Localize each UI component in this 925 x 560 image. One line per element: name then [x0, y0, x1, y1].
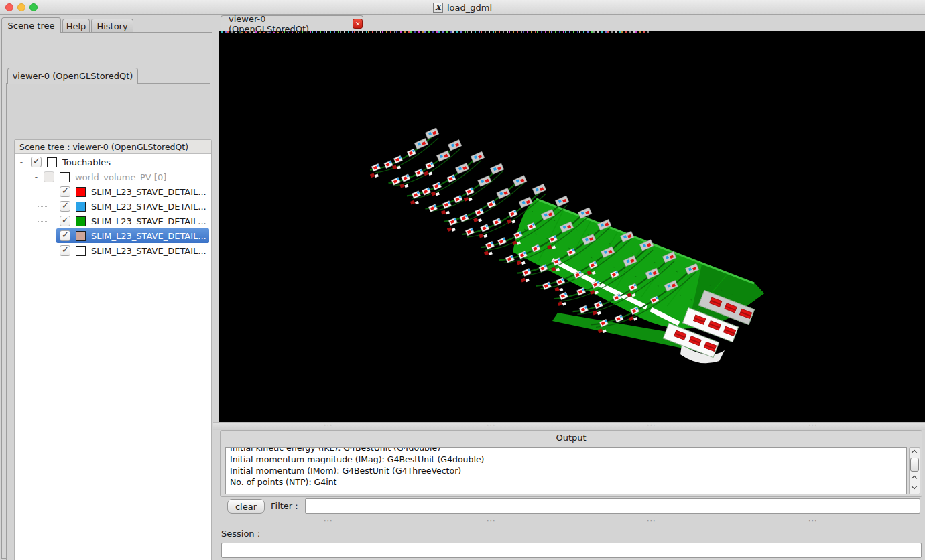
output-panel: Output Initial kinetic energy (IKE): G4B… — [220, 430, 922, 497]
tab-help[interactable]: Help — [62, 19, 90, 33]
checkbox[interactable] — [60, 186, 70, 197]
output-title: Output — [221, 433, 922, 443]
tree-item-stave-selected[interactable]: SLIM_L23_STAVE_DETAIL... — [15, 228, 211, 243]
tree-item-label: world_volume_PV [0] — [75, 172, 166, 182]
splitter-dots-icon — [324, 421, 333, 429]
scroll-down-icon[interactable] — [912, 484, 917, 489]
window-title: load_gdml — [447, 3, 492, 13]
tree-item-touchables[interactable]: Touchables — [15, 155, 211, 169]
expander-icon[interactable] — [33, 172, 40, 182]
checkbox[interactable] — [60, 230, 70, 241]
gl-viewport[interactable] — [219, 31, 925, 422]
splitter-dots-icon — [647, 516, 656, 525]
clear-button-label: clear — [235, 502, 257, 512]
scene-tree-header: Scene tree : viewer-0 (OpenGLStoredQt) — [15, 140, 211, 154]
checkbox[interactable] — [60, 245, 70, 256]
tree-item-stave[interactable]: SLIM_L23_STAVE_DETAIL... — [15, 199, 211, 214]
color-swatch-icon — [76, 187, 86, 197]
tab-scene-tree-label: Scene tree — [8, 21, 55, 31]
checkbox[interactable] — [44, 171, 54, 182]
color-swatch-icon — [76, 246, 86, 256]
filter-label: Filter : — [271, 501, 298, 511]
session-label: Session : — [221, 529, 260, 539]
tab-history-label: History — [97, 21, 127, 31]
tree-item-label: SLIM_L23_STAVE_DETAIL... — [91, 216, 206, 226]
color-swatch-icon — [76, 202, 86, 212]
window-title-area: X load_gdml — [0, 0, 925, 15]
splitter-dots-icon — [487, 421, 496, 429]
app-window: { "window": { "title": "load_gdml" }, "l… — [0, 0, 925, 560]
horizontal-splitter[interactable] — [213, 422, 925, 430]
splitter-dots-icon — [808, 516, 818, 525]
scene-tree-header-label: Scene tree : viewer-0 (OpenGLStoredQt) — [19, 142, 188, 152]
color-swatch-icon — [76, 216, 86, 226]
left-dock: viewer-0 (OpenGLStoredQt) Scene tree : v… — [1, 32, 212, 559]
output-console[interactable]: Initial kinetic energy (IKE): G4BestUnit… — [225, 447, 907, 494]
output-line: Initial momentum (IMom): G4BestUnit (G4T… — [230, 466, 906, 477]
tab-help-label: Help — [66, 21, 86, 31]
tree-item-label: Touchables — [62, 157, 111, 167]
clear-button[interactable]: clear — [227, 499, 265, 514]
expander-icon[interactable] — [18, 157, 25, 167]
splitter-dots-icon — [808, 421, 818, 429]
scroll-up-icon[interactable] — [912, 451, 917, 456]
left-dock-frame: Scene tree : viewer-0 (OpenGLStoredQt) T… — [6, 83, 210, 560]
session-input[interactable] — [221, 543, 922, 558]
tab-scene-tree[interactable]: Scene tree — [1, 17, 61, 33]
checkbox[interactable] — [31, 157, 42, 167]
color-swatch-icon — [47, 157, 57, 167]
tab-viewer0-left[interactable]: viewer-0 (OpenGLStoredQt) — [7, 68, 138, 84]
x11-app-icon: X — [433, 3, 443, 13]
splitter-dots-icon — [324, 516, 333, 525]
tab-viewer0-right-label: viewer-0 (OpenGLStoredQt) — [229, 14, 346, 34]
tree-item-label: SLIM_L23_STAVE_DETAIL... — [91, 187, 206, 197]
tree-item-stave[interactable]: SLIM_L23_STAVE_DETAIL... — [15, 184, 211, 199]
color-swatch-icon — [76, 231, 86, 241]
tree-item-stave[interactable]: SLIM_L23_STAVE_DETAIL... — [15, 214, 211, 228]
checkbox[interactable] — [60, 216, 70, 226]
scene-tree: Touchables world_volume_PV [0] SLIM_L23_… — [15, 155, 211, 560]
output-lines: Initial kinetic energy (IKE): G4BestUnit… — [230, 447, 906, 488]
scene-tree-panel: Scene tree : viewer-0 (OpenGLStoredQt) T… — [14, 139, 212, 560]
titlebar: X load_gdml — [0, 0, 925, 15]
splitter-dots-icon — [487, 516, 496, 525]
output-line: No. of points (NTP): G4int — [230, 477, 906, 488]
output-line: Initial kinetic energy (IKE): G4BestUnit… — [230, 447, 906, 454]
scroll-up-icon[interactable] — [912, 476, 917, 481]
tree-item-stave[interactable]: SLIM_L23_STAVE_DETAIL... — [15, 243, 211, 258]
tab-history[interactable]: History — [91, 19, 133, 33]
tree-item-label: SLIM_L23_STAVE_DETAIL... — [91, 231, 206, 241]
horizontal-splitter[interactable] — [213, 518, 925, 527]
tree-item-world-volume[interactable]: world_volume_PV [0] — [15, 169, 211, 184]
tree-item-label: SLIM_L23_STAVE_DETAIL... — [91, 246, 206, 256]
checkbox[interactable] — [60, 201, 70, 212]
tree-item-label: SLIM_L23_STAVE_DETAIL... — [91, 202, 206, 212]
close-tab-icon[interactable] — [353, 19, 363, 29]
color-swatch-icon — [60, 172, 70, 182]
tab-viewer0-left-label: viewer-0 (OpenGLStoredQt) — [13, 71, 133, 81]
output-scrollbar[interactable] — [909, 447, 920, 494]
splitter-dots-icon — [647, 421, 656, 429]
output-line: Initial momentum magnitude (IMag): G4Bes… — [230, 454, 906, 466]
viewport-3d-svg[interactable] — [219, 31, 925, 423]
tab-viewer0-right[interactable]: viewer-0 (OpenGLStoredQt) — [221, 15, 363, 31]
filter-input[interactable] — [305, 498, 920, 514]
scrollbar-thumb[interactable] — [910, 458, 919, 472]
